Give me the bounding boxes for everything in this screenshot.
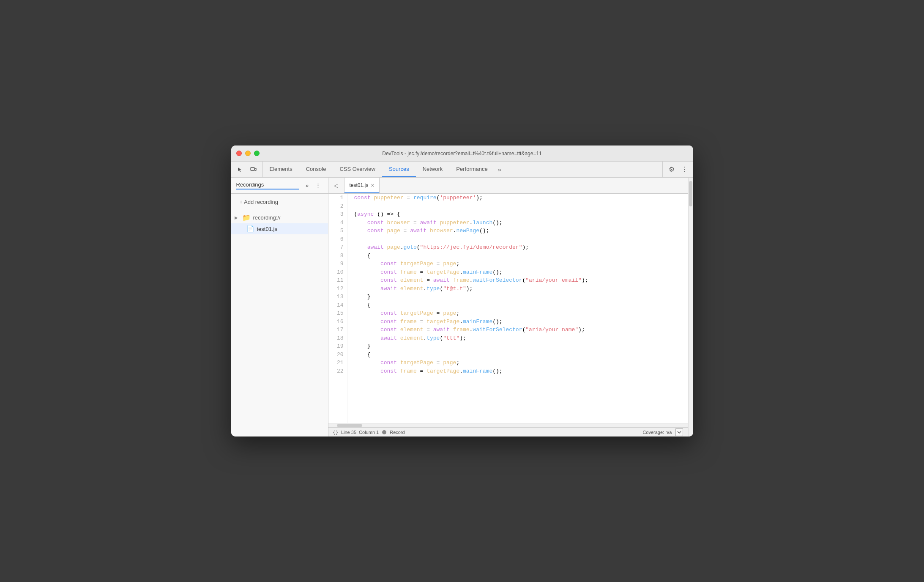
- line-number: 3: [332, 210, 344, 219]
- code-line: const targetPage = page;: [354, 260, 673, 268]
- line-number: 17: [332, 326, 344, 334]
- more-tabs-button[interactable]: »: [495, 162, 505, 177]
- code-line: const targetPage = page;: [354, 309, 673, 318]
- line-number: 12: [332, 285, 344, 293]
- record-dot-icon: [382, 430, 386, 434]
- more-options-icon[interactable]: ⋮: [679, 164, 690, 175]
- traffic-lights: [236, 151, 260, 156]
- line-number: 10: [332, 268, 344, 277]
- tree-file-item[interactable]: 📄 test01.js: [231, 223, 328, 234]
- code-line: await page.goto("https://jec.fyi/demo/re…: [354, 243, 673, 252]
- line-number: 18: [332, 334, 344, 343]
- line-number: 19: [332, 342, 344, 351]
- vertical-scrollbar-thumb[interactable]: [689, 181, 692, 206]
- code-line: [354, 202, 673, 211]
- code-line: const page = await browser.newPage();: [354, 227, 673, 235]
- line-number: 1: [332, 194, 344, 202]
- toolbar-tabs: Elements Console CSS Overview Sources Ne…: [263, 162, 662, 177]
- coverage-button[interactable]: [675, 428, 683, 436]
- status-left: { } Line 35, Column 1 Record: [334, 430, 405, 435]
- code-line: }: [354, 293, 673, 301]
- sidebar-toggle-button[interactable]: ◁: [328, 178, 344, 193]
- code-area: ◁ test01.js × 1 2 3 4 5 6 7: [328, 178, 688, 436]
- close-button[interactable]: [236, 151, 242, 156]
- sidebar-more-button[interactable]: »: [303, 181, 312, 190]
- line-numbers: 1 2 3 4 5 6 7 8 9 10 11 12 13 14: [328, 194, 347, 423]
- code-line: await element.type("t@t.t");: [354, 285, 673, 293]
- tab-elements[interactable]: Elements: [263, 162, 299, 177]
- devtools-toolbar: Elements Console CSS Overview Sources Ne…: [231, 162, 693, 178]
- code-line: const puppeteer = require('puppeteer');: [354, 194, 673, 202]
- line-number: 20: [332, 351, 344, 359]
- status-bar: { } Line 35, Column 1 Record Coverage: n…: [328, 427, 688, 436]
- code-tabs: ◁ test01.js ×: [328, 178, 688, 194]
- code-line: const frame = targetPage.mainFrame();: [354, 268, 673, 277]
- sidebar: Recordings » ⋮ + Add recording ▶ 📁 r: [231, 178, 328, 436]
- code-lines: 1 2 3 4 5 6 7 8 9 10 11 12 13 14: [328, 194, 688, 423]
- file-icon: 📄: [246, 225, 254, 233]
- line-number: 22: [332, 367, 344, 376]
- cursor-position: Line 35, Column 1: [341, 430, 379, 435]
- code-line: {: [354, 301, 673, 310]
- line-number: 16: [332, 318, 344, 326]
- code-tab-file[interactable]: test01.js ×: [344, 178, 380, 193]
- maximize-button[interactable]: [254, 151, 260, 156]
- code-tab-label: test01.js: [350, 182, 369, 188]
- line-number: 15: [332, 309, 344, 318]
- window-title: DevTools - jec.fyi/demo/recorder?email=t…: [382, 151, 542, 156]
- titlebar: DevTools - jec.fyi/demo/recorder?email=t…: [231, 146, 693, 162]
- coverage-label: Coverage: n/a: [642, 430, 672, 435]
- tab-css-overview[interactable]: CSS Overview: [333, 162, 382, 177]
- cursor-icon[interactable]: [235, 164, 246, 175]
- tab-console[interactable]: Console: [299, 162, 333, 177]
- tab-sources[interactable]: Sources: [382, 162, 416, 177]
- line-number: 5: [332, 227, 344, 235]
- code-line: {: [354, 351, 673, 359]
- toolbar-actions: ⚙ ⋮: [662, 162, 693, 177]
- add-recording-button[interactable]: + Add recording: [236, 197, 323, 207]
- code-line: const frame = targetPage.mainFrame();: [354, 367, 673, 376]
- sidebar-header-icons: » ⋮: [303, 181, 323, 190]
- vertical-scrollbar[interactable]: [688, 178, 693, 436]
- code-line: const targetPage = page;: [354, 359, 673, 367]
- record-label[interactable]: Record: [390, 430, 405, 435]
- code-line: const browser = await puppeteer.launch()…: [354, 219, 673, 227]
- sidebar-menu-button[interactable]: ⋮: [314, 181, 323, 190]
- devtools-window: DevTools - jec.fyi/demo/recorder?email=t…: [231, 146, 693, 436]
- line-number: 13: [332, 293, 344, 301]
- svg-rect-1: [255, 168, 256, 170]
- sidebar-header: Recordings » ⋮: [231, 178, 328, 194]
- code-line: const frame = targetPage.mainFrame();: [354, 318, 673, 326]
- device-toggle-icon[interactable]: [248, 164, 259, 175]
- folder-name: recording://: [253, 214, 281, 221]
- horizontal-scrollbar-thumb[interactable]: [337, 424, 362, 427]
- line-number: 2: [332, 202, 344, 211]
- sidebar-tree: ▶ 📁 recording:// 📄 test01.js: [231, 210, 328, 436]
- tab-performance[interactable]: Performance: [449, 162, 494, 177]
- settings-icon[interactable]: ⚙: [666, 164, 677, 175]
- main-content: Recordings » ⋮ + Add recording ▶ 📁 r: [231, 178, 693, 436]
- toolbar-left-icons: [231, 162, 263, 177]
- sidebar-title: Recordings: [236, 181, 299, 189]
- line-number: 6: [332, 235, 344, 244]
- tab-network[interactable]: Network: [416, 162, 450, 177]
- file-name: test01.js: [257, 226, 277, 232]
- minimize-button[interactable]: [245, 151, 251, 156]
- line-number: 4: [332, 219, 344, 227]
- folder-icon: 📁: [242, 214, 251, 222]
- code-line: await element.type("ttt");: [354, 334, 673, 343]
- code-line: [354, 235, 673, 244]
- svg-rect-0: [251, 167, 254, 170]
- folder-arrow-icon: ▶: [235, 215, 240, 220]
- status-right: Coverage: n/a: [642, 428, 683, 436]
- horizontal-scrollbar[interactable]: [328, 423, 688, 427]
- line-number: 9: [332, 260, 344, 268]
- code-line: const element = await frame.waitForSelec…: [354, 276, 673, 285]
- code-tab-close-button[interactable]: ×: [371, 182, 374, 188]
- code-line: {: [354, 252, 673, 260]
- tree-folder-item[interactable]: ▶ 📁 recording://: [231, 212, 328, 223]
- code-line: const element = await frame.waitForSelec…: [354, 326, 673, 334]
- code-content: const puppeteer = require('puppeteer'); …: [347, 194, 680, 423]
- code-editor[interactable]: 1 2 3 4 5 6 7 8 9 10 11 12 13 14: [328, 194, 688, 423]
- format-icon[interactable]: { }: [334, 430, 338, 435]
